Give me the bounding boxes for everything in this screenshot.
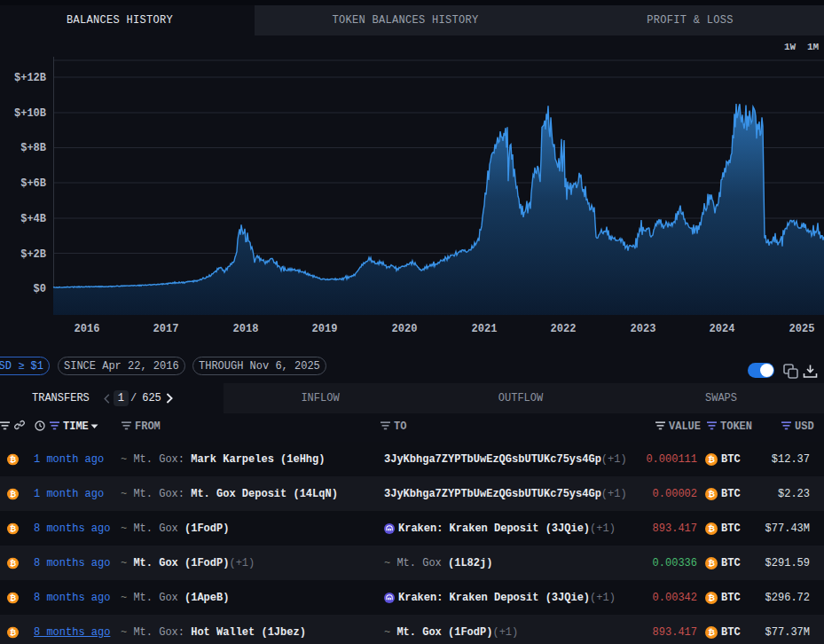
- svg-text:₿: ₿: [708, 523, 715, 533]
- svg-text:₿: ₿: [10, 524, 16, 533]
- svg-text:₿: ₿: [708, 627, 715, 637]
- svg-text:₿: ₿: [10, 490, 16, 499]
- svg-text:₿: ₿: [10, 593, 16, 602]
- svg-text:₿: ₿: [10, 559, 16, 568]
- svg-text:₿: ₿: [10, 628, 16, 637]
- svg-text:₿: ₿: [708, 558, 715, 568]
- svg-text:₿: ₿: [708, 489, 715, 499]
- svg-text:₿: ₿: [708, 593, 715, 602]
- svg-text:₿: ₿: [708, 454, 715, 464]
- svg-text:₿: ₿: [10, 455, 16, 464]
